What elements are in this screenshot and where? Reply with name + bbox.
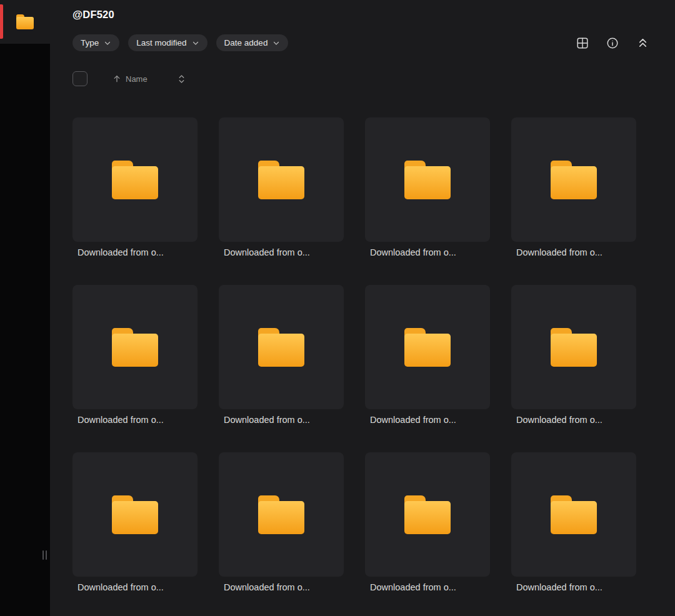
folder-card[interactable]: Downloaded from o... <box>511 452 636 592</box>
folder-icon <box>551 495 597 534</box>
folder-icon <box>551 328 597 367</box>
toolbar: Type Last modified Date added <box>72 34 650 51</box>
folder-thumbnail <box>365 452 490 577</box>
sort-label: Name <box>126 74 148 84</box>
folder-card[interactable]: Downloaded from o... <box>219 117 344 257</box>
folder-icon <box>258 328 304 367</box>
folder-card[interactable]: Downloaded from o... <box>365 285 490 425</box>
folder-icon <box>404 495 451 534</box>
chevron-down-icon <box>192 39 199 47</box>
filter-chip-label: Type <box>81 38 99 47</box>
folder-thumbnail <box>72 452 198 577</box>
folder-icon <box>258 161 304 199</box>
filter-chip[interactable]: Last modified <box>128 34 207 51</box>
collapse-button[interactable] <box>635 36 650 51</box>
toolbar-icons <box>575 36 650 51</box>
folder-name: Downloaded from o... <box>365 582 490 592</box>
chevron-down-icon <box>272 39 280 47</box>
sort-by-name-button[interactable]: Name <box>112 74 148 84</box>
info-button[interactable] <box>605 36 620 51</box>
folder-icon <box>112 161 158 199</box>
folder-card[interactable]: Downloaded from o... <box>219 285 344 425</box>
folder-icon <box>404 161 451 199</box>
info-icon <box>606 36 619 50</box>
folder-icon <box>16 14 34 29</box>
folder-thumbnail <box>511 452 636 577</box>
double-chevron-up-icon <box>637 37 649 49</box>
folder-icon <box>404 328 451 367</box>
sidebar-item-folder[interactable] <box>0 0 50 44</box>
folder-card[interactable]: Downloaded from o... <box>365 117 490 257</box>
filter-chip-label: Date added <box>224 38 268 47</box>
folder-thumbnail <box>511 285 636 409</box>
folder-card[interactable]: Downloaded from o... <box>72 452 198 592</box>
folder-name: Downloaded from o... <box>365 247 490 257</box>
filter-chip-label: Last modified <box>136 38 186 47</box>
folder-icon <box>258 495 304 534</box>
folder-icon <box>112 328 158 367</box>
grid-view-icon <box>576 36 589 50</box>
folder-thumbnail <box>219 452 344 577</box>
folder-name: Downloaded from o... <box>511 582 636 592</box>
folder-thumbnail <box>72 117 198 242</box>
folder-name: Downloaded from o... <box>219 415 344 425</box>
filter-chips: Type Last modified Date added <box>72 34 288 51</box>
folder-thumbnail <box>511 117 636 242</box>
folder-card[interactable]: Downloaded from o... <box>219 452 344 592</box>
folder-card[interactable]: Downloaded from o... <box>365 452 490 592</box>
chevron-up-down-icon <box>178 74 186 84</box>
arrow-up-icon <box>112 74 121 83</box>
filter-chip[interactable]: Date added <box>216 34 289 51</box>
folder-name: Downloaded from o... <box>72 415 198 425</box>
filter-chip[interactable]: Type <box>72 34 119 51</box>
chevron-down-icon <box>104 39 111 47</box>
folder-name: Downloaded from o... <box>219 582 344 592</box>
active-indicator <box>0 4 3 39</box>
folder-name: Downloaded from o... <box>511 415 636 425</box>
page-title: @DF520 <box>72 9 650 21</box>
app-window: @DF520 Type Last modified Date added <box>0 0 675 616</box>
folder-name: Downloaded from o... <box>72 582 198 592</box>
list-header: Name <box>72 71 650 86</box>
folder-icon <box>551 161 597 199</box>
folder-name: Downloaded from o... <box>365 415 490 425</box>
folder-name: Downloaded from o... <box>511 247 636 257</box>
folder-thumbnail <box>365 285 490 409</box>
folder-name: Downloaded from o... <box>72 247 198 257</box>
folder-thumbnail <box>365 117 490 242</box>
file-grid: Downloaded from o... Downloaded from o..… <box>72 117 650 592</box>
sidebar <box>0 0 50 616</box>
select-all-checkbox[interactable] <box>72 71 88 86</box>
folder-icon <box>112 495 158 534</box>
grid-view-button[interactable] <box>575 36 590 51</box>
folder-name: Downloaded from o... <box>219 247 344 257</box>
folder-card[interactable]: Downloaded from o... <box>72 117 198 257</box>
folder-card[interactable]: Downloaded from o... <box>511 117 636 257</box>
sidebar-resize-handle[interactable] <box>41 550 48 560</box>
folder-card[interactable]: Downloaded from o... <box>511 285 636 425</box>
folder-thumbnail <box>219 117 344 242</box>
folder-thumbnail <box>219 285 344 409</box>
folder-thumbnail <box>72 285 198 409</box>
main-content: @DF520 Type Last modified Date added <box>50 0 675 616</box>
folder-card[interactable]: Downloaded from o... <box>72 285 198 425</box>
sort-direction-toggle[interactable] <box>178 74 186 84</box>
